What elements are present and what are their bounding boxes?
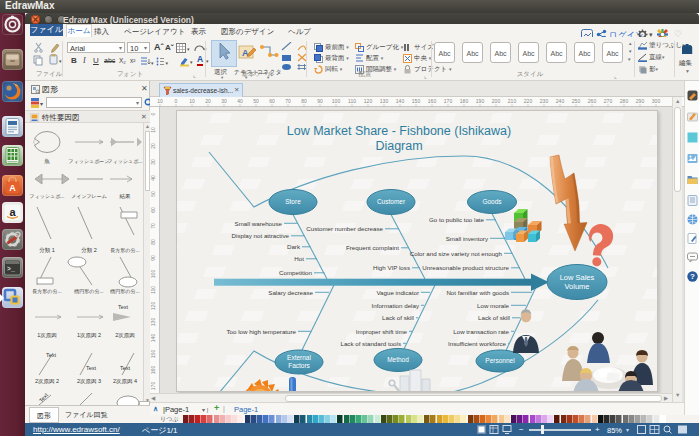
svg-text:290: 290 bbox=[636, 98, 645, 104]
svg-text:20: 20 bbox=[205, 98, 211, 104]
svg-text:Customer number decrease: Customer number decrease bbox=[306, 225, 383, 232]
svg-text:60: 60 bbox=[150, 207, 156, 213]
svg-text:フィッシュボーン: フィッシュボーン bbox=[69, 158, 110, 164]
svg-text:50: 50 bbox=[253, 98, 259, 104]
svg-text:Go to public too late: Go to public too late bbox=[429, 216, 485, 223]
svg-text:Low transaction rate: Low transaction rate bbox=[453, 328, 509, 335]
svg-text:140: 140 bbox=[150, 334, 156, 343]
svg-text:Factors: Factors bbox=[288, 362, 310, 369]
svg-text:110: 110 bbox=[348, 98, 356, 104]
svg-text:70: 70 bbox=[150, 223, 156, 229]
svg-text:220: 220 bbox=[524, 98, 533, 104]
svg-text:Small warehouse: Small warehouse bbox=[235, 220, 283, 227]
svg-text:メインフレーム: メインフレーム bbox=[71, 193, 107, 199]
svg-text:130: 130 bbox=[380, 98, 389, 104]
svg-text:Unreasonable product structure: Unreasonable product structure bbox=[422, 264, 509, 271]
svg-text:▾: ▾ bbox=[190, 59, 193, 65]
svg-text:0: 0 bbox=[150, 112, 156, 115]
svg-text:Dark: Dark bbox=[287, 243, 301, 250]
svg-text:10: 10 bbox=[157, 98, 163, 104]
svg-text:170: 170 bbox=[444, 98, 453, 104]
svg-text:Frequent complaint: Frequent complaint bbox=[346, 244, 399, 251]
svg-text:Lack of skill: Lack of skill bbox=[382, 314, 414, 321]
svg-text:External: External bbox=[287, 354, 311, 361]
svg-text:Customer: Customer bbox=[377, 198, 406, 205]
svg-text:1次原因: 1次原因 bbox=[37, 332, 57, 339]
svg-text:170: 170 bbox=[150, 382, 156, 391]
svg-text:140: 140 bbox=[396, 98, 405, 104]
svg-text:120: 120 bbox=[150, 302, 156, 311]
svg-text:Insufficient workforce: Insufficient workforce bbox=[448, 340, 507, 347]
svg-text:結果: 結果 bbox=[119, 193, 132, 199]
svg-text:0: 0 bbox=[175, 98, 178, 104]
svg-text:210: 210 bbox=[508, 98, 517, 104]
svg-text:▾: ▾ bbox=[166, 60, 169, 66]
svg-text:Color and size variety not eno: Color and size variety not enough bbox=[410, 250, 503, 257]
svg-text:10: 10 bbox=[150, 127, 156, 133]
svg-text:30: 30 bbox=[150, 159, 156, 165]
svg-text:70: 70 bbox=[285, 98, 291, 104]
svg-text:240: 240 bbox=[556, 98, 565, 104]
svg-text:▾: ▾ bbox=[187, 46, 190, 52]
svg-text:Low morale: Low morale bbox=[477, 302, 510, 309]
svg-text:110: 110 bbox=[150, 286, 156, 294]
svg-text:130: 130 bbox=[150, 318, 156, 327]
svg-text:30: 30 bbox=[221, 98, 227, 104]
svg-text:Too low high temperature: Too low high temperature bbox=[227, 328, 297, 335]
svg-text:Lack of standard tools: Lack of standard tools bbox=[340, 340, 401, 347]
svg-text:フィッシュボ...: フィッシュボ... bbox=[30, 193, 65, 199]
svg-text:長方形の分...: 長方形の分... bbox=[32, 288, 61, 295]
svg-text:Improper shift time: Improper shift time bbox=[356, 328, 408, 335]
svg-text:80: 80 bbox=[301, 98, 307, 104]
svg-text:270: 270 bbox=[604, 98, 613, 104]
svg-text:Competition: Competition bbox=[279, 269, 313, 276]
svg-text:>_: >_ bbox=[7, 266, 15, 273]
svg-text:Hot: Hot bbox=[294, 255, 304, 262]
svg-text:250: 250 bbox=[572, 98, 581, 104]
svg-text:Low Sales: Low Sales bbox=[560, 273, 595, 282]
svg-text:260: 260 bbox=[588, 98, 597, 104]
svg-text:80: 80 bbox=[150, 239, 156, 245]
svg-text:60: 60 bbox=[269, 98, 275, 104]
svg-text:230: 230 bbox=[540, 98, 549, 104]
svg-text:Not familiar with goods: Not familiar with goods bbox=[446, 289, 509, 296]
svg-text:20: 20 bbox=[150, 143, 156, 149]
svg-text:200: 200 bbox=[492, 98, 501, 104]
svg-text:魚: 魚 bbox=[44, 158, 50, 164]
svg-text:楕円形の分...: 楕円形の分... bbox=[73, 288, 103, 294]
svg-text:Salary decrease: Salary decrease bbox=[268, 289, 313, 296]
svg-text:High VIP loss: High VIP loss bbox=[373, 264, 410, 271]
svg-text:100: 100 bbox=[332, 98, 341, 104]
svg-text:10: 10 bbox=[189, 98, 195, 104]
svg-text:40: 40 bbox=[237, 98, 243, 104]
svg-text:Diagram: Diagram bbox=[375, 139, 422, 153]
svg-text:Text: Text bbox=[86, 365, 97, 371]
svg-text:100: 100 bbox=[150, 270, 156, 279]
svg-text:2次原因 3: 2次原因 3 bbox=[77, 378, 101, 385]
svg-text:Information delay: Information delay bbox=[372, 302, 420, 309]
svg-text:50: 50 bbox=[150, 191, 156, 197]
svg-text:150: 150 bbox=[150, 350, 156, 359]
svg-text:2次原因 4: 2次原因 4 bbox=[113, 378, 137, 385]
svg-text:分類 1: 分類 1 bbox=[39, 247, 55, 253]
svg-text:▾: ▾ bbox=[40, 101, 43, 107]
svg-text:長方形の分...: 長方形の分... bbox=[110, 247, 139, 254]
svg-text:Text: Text bbox=[118, 304, 129, 310]
svg-text:40: 40 bbox=[150, 175, 156, 181]
svg-text:90: 90 bbox=[150, 255, 156, 261]
svg-text:190: 190 bbox=[476, 98, 485, 104]
svg-text:Text: Text bbox=[46, 352, 57, 358]
svg-text:150: 150 bbox=[412, 98, 421, 104]
svg-text:A: A bbox=[9, 183, 16, 193]
svg-text:280: 280 bbox=[620, 98, 629, 104]
svg-text:Low Market Share - Fishbone (I: Low Market Share - Fishbone (Ishikawa) bbox=[287, 124, 511, 138]
svg-text:Goods: Goods bbox=[482, 198, 502, 205]
svg-text:Personnel: Personnel bbox=[485, 357, 515, 364]
svg-text:Display not attractive: Display not attractive bbox=[232, 232, 290, 239]
svg-text:Text: Text bbox=[120, 365, 131, 371]
svg-text:Small inventory: Small inventory bbox=[446, 235, 489, 242]
svg-text:a: a bbox=[9, 206, 16, 218]
svg-text:90: 90 bbox=[317, 98, 323, 104]
svg-text:Store: Store bbox=[285, 198, 301, 205]
svg-text:160: 160 bbox=[428, 98, 437, 104]
